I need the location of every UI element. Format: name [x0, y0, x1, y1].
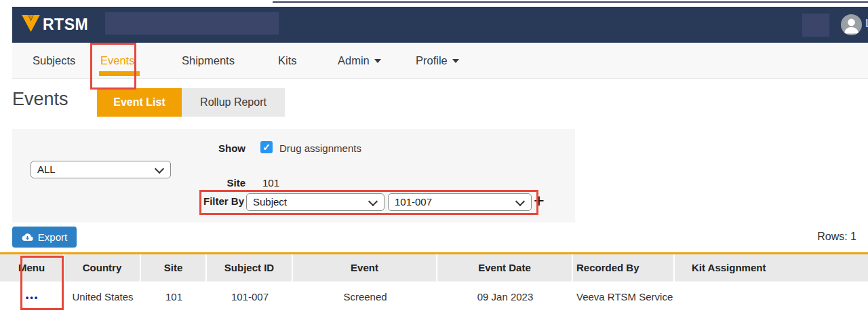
filter-value-select[interactable]: 101-007: [388, 193, 532, 211]
export-button[interactable]: Export: [12, 227, 77, 248]
window-top-edge: [273, 1, 868, 3]
row-country: United States: [64, 281, 141, 312]
username-partial: L: [865, 18, 868, 30]
nav-tab-shipments[interactable]: Shipments: [182, 43, 235, 78]
col-header-event-date[interactable]: Event Date: [437, 254, 573, 281]
nav-tab-subjects[interactable]: Subjects: [33, 43, 75, 78]
row-menu-cell: •••: [0, 281, 64, 312]
status-filter-value: ALL: [37, 163, 56, 175]
row-menu-button[interactable]: •••: [26, 292, 39, 303]
tab-event-list[interactable]: Event List: [97, 88, 182, 117]
row-event-date: 09 Jan 2023: [437, 281, 573, 312]
study-name-redacted: [105, 12, 279, 35]
chevron-down-icon: [155, 164, 164, 174]
row-site: 101: [141, 281, 207, 312]
table-header-row: Menu Country Site Subject ID Event Event…: [0, 254, 868, 281]
row-subject-id: 101-007: [207, 281, 293, 312]
chevron-down-icon: [368, 197, 378, 206]
events-table: Menu Country Site Subject ID Event Event…: [0, 252, 868, 312]
nav-tab-kits[interactable]: Kits: [278, 43, 297, 78]
row-recorded-by: Veeva RTSM Service: [573, 281, 675, 312]
filter-value-value: 101-007: [395, 196, 432, 208]
nav-tab-profile[interactable]: Profile: [416, 43, 459, 78]
app-header: RTSM L: [12, 7, 868, 43]
rows-count: Rows: 1: [817, 231, 856, 243]
main-nav: Subjects Events Shipments Kits Admin Pro…: [12, 43, 868, 79]
site-value: 101: [262, 177, 279, 189]
nav-tab-admin-label: Admin: [338, 54, 370, 66]
cloud-download-icon: [22, 233, 33, 242]
tab-rollup-report[interactable]: Rollup Report: [182, 88, 285, 117]
app-logo-text: RTSM: [43, 16, 88, 34]
col-header-event[interactable]: Event: [293, 254, 437, 281]
col-header-menu[interactable]: Menu: [0, 254, 64, 281]
col-header-kit-assignment[interactable]: Kit Assignment: [675, 254, 868, 281]
row-kit-assignment: [675, 281, 868, 312]
col-header-subject-id[interactable]: Subject ID: [207, 254, 293, 281]
nav-tab-profile-label: Profile: [416, 54, 448, 66]
col-header-recorded-by[interactable]: Recorded By: [573, 254, 675, 281]
header-item-redacted: [802, 14, 829, 37]
filter-by-label: Filter By: [201, 195, 244, 207]
table-row: ••• United States 101 101-007 Screened 0…: [0, 281, 868, 312]
chevron-down-icon: [452, 59, 459, 63]
col-header-site[interactable]: Site: [141, 254, 207, 281]
drug-assignments-label: Drug assignments: [279, 142, 361, 154]
user-avatar[interactable]: [841, 14, 862, 35]
show-label: Show: [202, 142, 245, 154]
page-title: Events: [12, 89, 68, 110]
app-logo[interactable]: RTSM: [22, 15, 88, 35]
veeva-v-logo-icon: [22, 15, 40, 35]
export-button-label: Export: [38, 231, 67, 243]
nav-tab-admin[interactable]: Admin: [338, 43, 381, 78]
chevron-down-icon: [374, 59, 381, 63]
drug-assignments-checkbox[interactable]: [260, 141, 273, 153]
site-label: Site: [202, 177, 245, 189]
active-tab-underline: [99, 71, 140, 76]
filter-field-select[interactable]: Subject: [246, 193, 384, 211]
add-filter-button[interactable]: +: [534, 191, 545, 211]
col-header-country[interactable]: Country: [64, 254, 141, 281]
chevron-down-icon: [515, 197, 525, 206]
row-event: Screened: [293, 281, 437, 312]
status-filter-select[interactable]: ALL: [31, 161, 171, 178]
filter-field-value: Subject: [253, 196, 287, 208]
